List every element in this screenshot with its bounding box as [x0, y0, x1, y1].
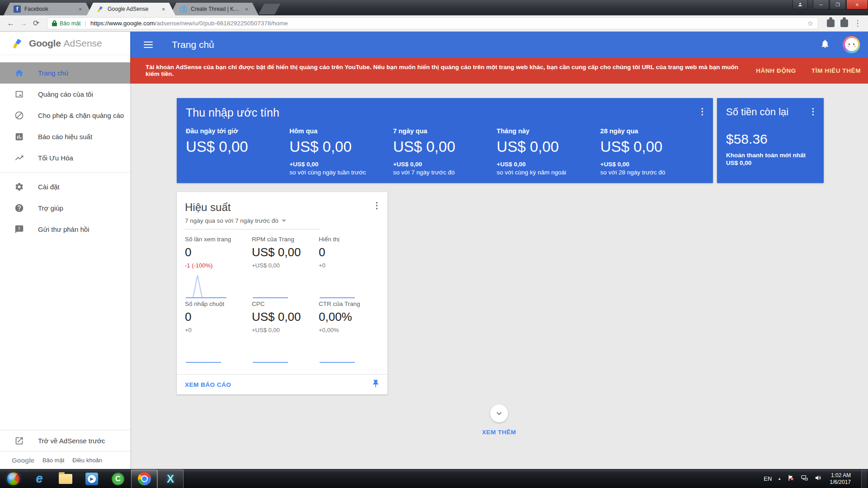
divider — [185, 229, 321, 230]
performance-card-footer: XEM BÁO CÁO — [177, 374, 387, 394]
sidebar-divider — [0, 172, 130, 173]
speaker-icon[interactable] — [814, 474, 822, 483]
minimize-button[interactable]: ─ — [813, 0, 829, 9]
window-controls: ─ ❐ ✕ — [793, 0, 868, 9]
trending-up-icon — [14, 153, 24, 163]
facebook-icon: f — [14, 5, 21, 13]
terms-link[interactable]: Điều khoản — [72, 457, 102, 464]
sidebar-item-label: Trang chủ — [38, 69, 68, 77]
period-selector[interactable]: 7 ngày qua so với 7 ngày trước đó — [185, 217, 286, 224]
sidebar-item-home[interactable]: Trang chủ — [0, 62, 130, 84]
url-path: /adsense/new/u/0/pub-6618292250507378/ho… — [155, 20, 288, 27]
sparkline — [319, 337, 386, 365]
sidebar-item-my-ads[interactable]: Quảng cáo của tôi — [0, 84, 130, 105]
browser-menu-icon[interactable]: ⋮ — [852, 18, 863, 29]
x-app-icon[interactable]: X — [157, 469, 184, 488]
sidebar-item-block-ads[interactable]: Cho phép & chặn quảng cáo — [0, 105, 130, 126]
feedback-icon — [14, 225, 24, 234]
forward-icon[interactable]: → — [17, 17, 30, 30]
sidebar-item-help[interactable]: Trợ giúp — [0, 197, 130, 219]
see-more-label[interactable]: XEM THÊM — [482, 429, 516, 436]
help-icon — [14, 203, 24, 213]
report-icon — [14, 132, 24, 141]
balance-caption: Khoản thanh toán mới nhất US$ 0,00 — [726, 151, 815, 167]
extension-icon[interactable] — [825, 18, 836, 29]
earnings-column-7-days: 7 ngày qua US$ 0,00 +US$ 0,00 so với 7 n… — [393, 127, 496, 176]
logo-adsense-text: AdSense — [64, 38, 102, 49]
card-title: Thu nhập ước tính — [186, 106, 704, 119]
metrics-grid: Số lần xem trang 0 -1 (-100%) RPM của Tr… — [177, 236, 387, 365]
sparkline — [185, 272, 252, 300]
sparkline — [319, 272, 386, 300]
sidebar-item-feedback[interactable]: Gửi thư phản hồi — [0, 219, 130, 240]
tab-close-icon[interactable]: ✕ — [78, 6, 83, 13]
sidebar-footer: Google Bảo mật Điều khoản — [0, 451, 130, 469]
adsense-logo: Google AdSense — [0, 32, 130, 55]
internet-explorer-icon[interactable]: e — [26, 469, 52, 488]
card-menu-icon[interactable]: ⋮ — [373, 200, 381, 211]
media-player-icon[interactable]: ▶ — [79, 469, 105, 488]
back-icon[interactable]: ← — [5, 17, 17, 30]
url-origin: https://www.google.com — [90, 20, 155, 27]
taskbar-clock[interactable]: 1:02 AM 1/6/2017 — [830, 472, 851, 486]
language-indicator[interactable]: EN — [764, 475, 772, 482]
pin-icon[interactable] — [371, 379, 380, 390]
metric-page-ctr: CTR của Trang 0,00% +0,00% — [319, 300, 386, 365]
tab-adsense[interactable]: Google AdSense ✕ — [87, 3, 175, 15]
start-button[interactable] — [0, 469, 26, 488]
performance-card: Hiệu suất ⋮ 7 ngày qua so với 7 ngày trư… — [177, 192, 387, 394]
url-separator: | — [85, 20, 86, 27]
privacy-link[interactable]: Bảo mật — [42, 457, 64, 464]
sidebar-item-classic-adsense[interactable]: Trở về AdSense trước — [0, 430, 130, 451]
card-menu-icon[interactable]: ⋮ — [698, 106, 707, 117]
tab-facebook[interactable]: f Facebook ✕ — [4, 3, 92, 15]
tab-close-icon[interactable]: ✕ — [244, 6, 250, 13]
tab-title: Create Thread | Kiếm Tiề — [191, 6, 241, 12]
show-desktop-button[interactable] — [861, 469, 867, 488]
tab-create-thread[interactable]: $ Create Thread | Kiếm Tiề ✕ — [170, 3, 259, 15]
hidden-icons-caret[interactable]: ▲ — [778, 477, 781, 481]
earnings-column-today: Đầu ngày tới giờ US$ 0,00 — [186, 127, 289, 176]
close-button[interactable]: ✕ — [846, 0, 868, 9]
earnings-column-28-days: 28 ngày qua US$ 0,00 +US$ 0,00 so với 28… — [600, 127, 704, 176]
profile-button[interactable] — [793, 0, 808, 9]
network-icon[interactable] — [801, 474, 808, 483]
sidebar-item-performance-reports[interactable]: Báo cáo hiệu suất — [0, 126, 130, 147]
sidebar-item-label: Báo cáo hiệu suất — [38, 133, 92, 141]
card-menu-icon[interactable]: ⋮ — [809, 106, 817, 117]
see-more-chevron-icon[interactable] — [490, 404, 508, 422]
tab-close-icon[interactable]: ✕ — [161, 6, 166, 13]
user-avatar[interactable] — [843, 36, 860, 53]
balance-value: $58.36 — [726, 131, 815, 147]
secure-label: Bảo mật — [60, 20, 81, 27]
view-report-link[interactable]: XEM BÁO CÁO — [185, 381, 231, 388]
sidebar-item-settings[interactable]: Cài đặt — [0, 176, 130, 197]
coccoc-browser-icon[interactable]: C — [105, 469, 131, 488]
url-field[interactable]: Bảo mật | https://www.google.com /adsens… — [47, 17, 818, 29]
sparkline — [185, 337, 252, 365]
hamburger-menu-icon[interactable] — [144, 42, 153, 48]
sparkline — [252, 272, 319, 300]
action-center-flag-icon[interactable] — [787, 474, 795, 483]
coin-icon: $ — [180, 6, 187, 13]
chrome-icon[interactable] — [131, 469, 157, 488]
card-title: Hiệu suất — [177, 192, 387, 214]
extension-icon[interactable] — [838, 18, 850, 29]
browser-navbar: ← → ⟳ Bảo mật | https://www.google.com /… — [0, 15, 868, 32]
metric-impressions: Hiển thị 0 +0 — [319, 236, 386, 300]
reload-icon[interactable]: ⟳ — [30, 17, 42, 30]
bookmark-star-icon[interactable]: ☆ — [807, 19, 813, 28]
home-icon — [14, 68, 24, 78]
sidebar-item-optimization[interactable]: Tối Ưu Hóa — [0, 147, 130, 169]
banner-action-button[interactable]: HÀNH ĐỘNG — [756, 67, 796, 74]
sidebar-item-label: Tối Ưu Hóa — [38, 154, 73, 162]
maximize-button[interactable]: ❐ — [830, 0, 846, 9]
banner-learn-more-button[interactable]: TÌM HIỂU THÊM — [811, 67, 861, 74]
adsense-app: Google AdSense Trang chủ Quảng cáo của t… — [0, 32, 868, 469]
file-explorer-icon[interactable] — [52, 469, 79, 488]
tab-title: Facebook — [24, 6, 74, 12]
sidebar-item-label: Trở về AdSense trước — [38, 437, 105, 445]
new-tab-button[interactable] — [259, 4, 281, 14]
tab-strip: f Facebook ✕ Google AdSense ✕ $ Create T… — [4, 3, 278, 15]
notifications-bell-icon[interactable] — [820, 39, 830, 51]
